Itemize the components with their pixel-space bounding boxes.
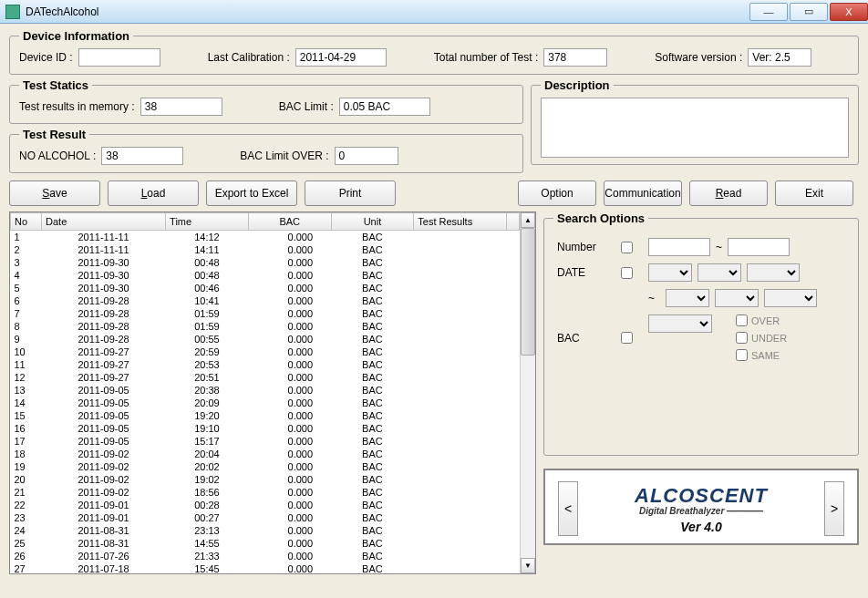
col-no[interactable]: No bbox=[11, 213, 42, 231]
read-button[interactable]: Read bbox=[689, 180, 768, 206]
col-bac[interactable]: BAC bbox=[248, 213, 331, 231]
search-number-to[interactable] bbox=[728, 238, 790, 256]
table-row[interactable]: 192011-09-0220:020.000BAC bbox=[11, 460, 520, 473]
sw-version-label: Software version : bbox=[655, 51, 742, 64]
no-alcohol-label: NO ALCOHOL : bbox=[19, 150, 96, 162]
bac-over-field[interactable] bbox=[335, 147, 398, 165]
search-date-to-d[interactable] bbox=[764, 289, 817, 307]
table-row[interactable]: 42011-09-3000:480.000BAC bbox=[11, 269, 520, 282]
maximize-button[interactable]: ▭ bbox=[790, 3, 828, 21]
col-time[interactable]: Time bbox=[166, 213, 249, 231]
bac-limit-field[interactable] bbox=[339, 98, 430, 116]
search-date-from-d[interactable] bbox=[747, 263, 800, 282]
col-results[interactable]: Test Results bbox=[414, 213, 507, 231]
communication-button[interactable]: Communication bbox=[604, 180, 682, 206]
table-row[interactable]: 12011-11-1114:120.000BAC bbox=[11, 231, 520, 244]
last-cal-field[interactable] bbox=[295, 48, 387, 67]
table-row[interactable]: 212011-09-0218:560.000BAC bbox=[11, 486, 520, 499]
app-icon bbox=[5, 5, 20, 19]
last-cal-label: Last Calibration : bbox=[208, 51, 290, 64]
bac-under-check[interactable] bbox=[736, 332, 748, 344]
search-date-label: DATE bbox=[557, 266, 612, 279]
device-id-field[interactable] bbox=[78, 48, 160, 67]
bac-over-check[interactable] bbox=[736, 314, 748, 326]
search-bac-check[interactable] bbox=[621, 332, 633, 344]
search-date-from-m[interactable] bbox=[698, 263, 741, 282]
search-date-to-y[interactable] bbox=[666, 289, 709, 307]
table-row[interactable]: 162011-09-0519:100.000BAC bbox=[11, 422, 520, 435]
tilde-label: ~ bbox=[716, 241, 722, 253]
table-scrollbar[interactable]: ▲ ▼ bbox=[520, 212, 535, 573]
load-button[interactable]: Load bbox=[108, 180, 199, 206]
description-text[interactable] bbox=[541, 98, 849, 158]
table-row[interactable]: 132011-09-0520:380.000BAC bbox=[11, 384, 520, 397]
bac-limit-label: BAC Limit : bbox=[279, 100, 334, 113]
minimize-button[interactable]: — bbox=[749, 3, 788, 21]
export-button[interactable]: Export to Excel bbox=[206, 180, 297, 206]
logo-version: Ver 4.0 bbox=[635, 520, 768, 534]
col-unit[interactable]: Unit bbox=[331, 213, 414, 231]
mem-field[interactable] bbox=[140, 98, 222, 116]
table-row[interactable]: 52011-09-3000:460.000BAC bbox=[11, 282, 520, 294]
titlebar: DATechAlcohol — ▭ X bbox=[0, 0, 868, 24]
description-legend: Description bbox=[541, 78, 614, 92]
save-button[interactable]: Save bbox=[9, 180, 100, 206]
results-table-wrap: No Date Time BAC Unit Test Results 12011… bbox=[9, 211, 536, 574]
logo-tagline: Digital Breathalyzer ———— bbox=[635, 506, 768, 516]
device-info-legend: Device Information bbox=[19, 29, 133, 43]
results-table[interactable]: No Date Time BAC Unit Test Results 12011… bbox=[10, 212, 520, 573]
device-info-group: Device Information Device ID : Last Cali… bbox=[9, 29, 859, 75]
search-number-check[interactable] bbox=[621, 242, 633, 253]
print-button[interactable]: Print bbox=[305, 180, 396, 206]
table-row[interactable]: 152011-09-0519:200.000BAC bbox=[11, 409, 520, 422]
mem-label: Test results in memory : bbox=[19, 100, 135, 113]
table-row[interactable]: 32011-09-3000:480.000BAC bbox=[11, 256, 520, 269]
table-row[interactable]: 272011-07-1815:450.000BAC bbox=[11, 562, 520, 573]
search-date-from-y[interactable] bbox=[648, 263, 692, 282]
table-row[interactable]: 262011-07-2621:330.000BAC bbox=[11, 550, 520, 562]
table-row[interactable]: 232011-09-0100:270.000BAC bbox=[11, 511, 520, 524]
logo-name: ALCOSCENT bbox=[635, 484, 768, 508]
table-row[interactable]: 82011-09-2801:590.000BAC bbox=[11, 320, 520, 333]
test-result-legend: Test Result bbox=[19, 128, 89, 141]
logo-prev-button[interactable]: < bbox=[558, 481, 578, 536]
test-result-group: Test Result NO ALCOHOL : BAC Limit OVER … bbox=[9, 128, 523, 173]
table-row[interactable]: 252011-08-3114:550.000BAC bbox=[11, 537, 520, 550]
table-row[interactable]: 242011-08-3123:130.000BAC bbox=[11, 524, 520, 537]
search-date-check[interactable] bbox=[621, 267, 633, 279]
table-row[interactable]: 112011-09-2720:530.000BAC bbox=[11, 358, 520, 371]
table-row[interactable]: 102011-09-2720:590.000BAC bbox=[11, 345, 520, 358]
table-row[interactable]: 122011-09-2720:510.000BAC bbox=[11, 371, 520, 384]
search-bac-label: BAC bbox=[557, 332, 612, 345]
search-number-from[interactable] bbox=[648, 238, 710, 256]
logo-next-button[interactable]: > bbox=[824, 481, 844, 536]
exit-button[interactable]: Exit bbox=[775, 180, 853, 206]
search-options-legend: Search Options bbox=[553, 211, 648, 225]
sw-version-field[interactable] bbox=[748, 48, 811, 67]
table-row[interactable]: 92011-09-2800:550.000BAC bbox=[11, 333, 520, 345]
window-title: DATechAlcohol bbox=[26, 5, 748, 18]
device-id-label: Device ID : bbox=[19, 51, 73, 64]
scroll-thumb[interactable] bbox=[521, 228, 535, 356]
close-button[interactable]: X bbox=[830, 3, 868, 21]
search-number-label: Number bbox=[557, 241, 612, 253]
no-alcohol-field[interactable] bbox=[101, 147, 183, 165]
search-options-group: Search Options Number ~ DATE bbox=[543, 211, 859, 456]
col-date[interactable]: Date bbox=[42, 213, 166, 231]
table-row[interactable]: 142011-09-0520:090.000BAC bbox=[11, 397, 520, 409]
table-row[interactable]: 172011-09-0515:170.000BAC bbox=[11, 435, 520, 448]
bac-same-check[interactable] bbox=[736, 349, 748, 361]
table-row[interactable]: 72011-09-2801:590.000BAC bbox=[11, 307, 520, 320]
logo-box: < ALCOSCENT Digital Breathalyzer ———— Ve… bbox=[543, 469, 859, 545]
table-row[interactable]: 22011-11-1114:110.000BAC bbox=[11, 243, 520, 256]
scroll-down-icon[interactable]: ▼ bbox=[521, 558, 535, 573]
table-row[interactable]: 202011-09-0219:020.000BAC bbox=[11, 473, 520, 486]
total-tests-field[interactable] bbox=[543, 48, 607, 67]
scroll-up-icon[interactable]: ▲ bbox=[521, 212, 535, 228]
option-button[interactable]: Option bbox=[518, 180, 596, 206]
search-date-to-m[interactable] bbox=[715, 289, 759, 307]
table-row[interactable]: 222011-09-0100:280.000BAC bbox=[11, 499, 520, 511]
search-bac-select[interactable] bbox=[648, 314, 712, 333]
table-row[interactable]: 182011-09-0220:040.000BAC bbox=[11, 448, 520, 460]
table-row[interactable]: 62011-09-2810:410.000BAC bbox=[11, 294, 520, 307]
